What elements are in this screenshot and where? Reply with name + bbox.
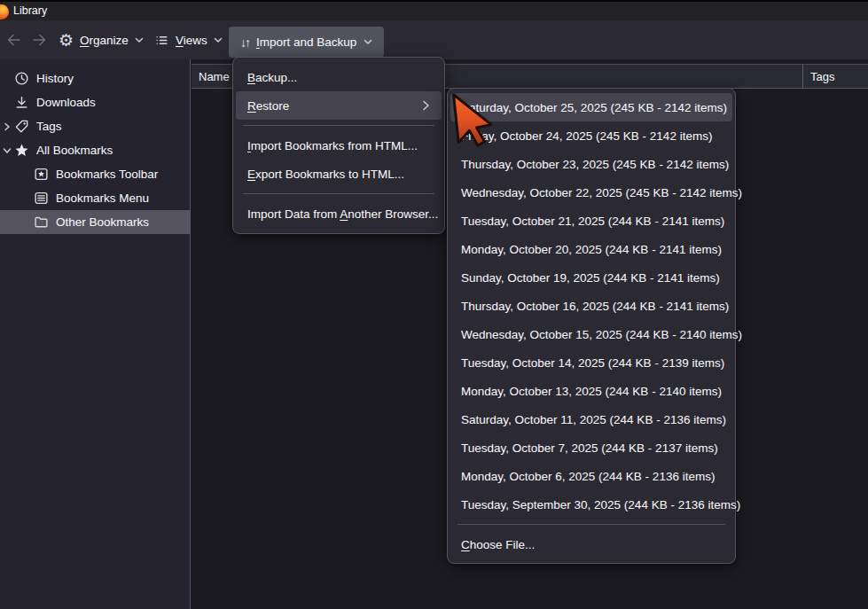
restore-backup-item[interactable]: Sunday, October 19, 2025 (244 KB - 2141 … bbox=[450, 263, 732, 292]
star-box-icon bbox=[34, 167, 49, 182]
sidebar-item-downloads[interactable]: Downloads bbox=[0, 90, 190, 114]
sidebar-item-label: All Bookmarks bbox=[36, 144, 113, 157]
gear-icon: ⚙ bbox=[59, 32, 74, 49]
chevron-down-icon bbox=[135, 37, 144, 43]
folder-icon bbox=[34, 215, 49, 230]
window-title: Library bbox=[13, 2, 47, 20]
sidebar-item-label: Bookmarks Menu bbox=[56, 191, 149, 205]
views-button[interactable]: Views bbox=[154, 20, 223, 59]
sidebar-item-label: Bookmarks Toolbar bbox=[56, 168, 158, 181]
forward-button[interactable] bbox=[30, 31, 48, 49]
column-header-name[interactable]: Name bbox=[192, 70, 230, 83]
chevron-right-icon[interactable] bbox=[3, 122, 12, 131]
restore-backup-item[interactable]: Thursday, October 23, 2025 (245 KB - 214… bbox=[450, 150, 732, 178]
restore-backup-item[interactable]: Monday, October 13, 2025 (244 KB - 2140 … bbox=[450, 377, 732, 405]
sidebar-item-bookmarks-menu[interactable]: Bookmarks Menu bbox=[0, 186, 190, 210]
sidebar-item-label: Other Bookmarks bbox=[56, 215, 149, 229]
chevron-down-icon bbox=[214, 37, 223, 43]
clock-icon bbox=[14, 71, 29, 86]
restore-backup-item[interactable]: Tuesday, October 14, 2025 (244 KB - 2139… bbox=[450, 348, 732, 377]
chevron-down-icon[interactable] bbox=[3, 146, 12, 155]
chevron-right-icon bbox=[422, 100, 430, 111]
restore-backup-item[interactable]: Friday, October 24, 2025 (245 KB - 2142 … bbox=[450, 121, 732, 150]
column-header-tags[interactable]: Tags bbox=[810, 70, 834, 83]
organize-label: Organize bbox=[80, 34, 129, 47]
organize-button[interactable]: ⚙ Organize bbox=[59, 20, 144, 59]
sidebar-item-history[interactable]: History bbox=[0, 66, 190, 90]
library-toolbar: ⚙ Organize Views ↓↑ Import and Backup bbox=[0, 20, 868, 59]
restore-backup-item[interactable]: Wednesday, October 15, 2025 (244 KB - 21… bbox=[450, 320, 732, 348]
back-button[interactable] bbox=[5, 31, 23, 49]
menu-item-backup[interactable]: Backup... bbox=[236, 63, 442, 91]
firefox-app-icon bbox=[0, 4, 9, 20]
import-and-backup-button[interactable]: ↓↑ Import and Backup bbox=[229, 27, 384, 58]
tag-icon bbox=[14, 119, 29, 134]
menu-item-import-data-another-browser[interactable]: Import Data from Another Browser... bbox=[236, 199, 442, 228]
sidebar-item-tags[interactable]: Tags bbox=[0, 114, 190, 138]
menu-separator bbox=[243, 193, 434, 194]
import-and-backup-menu: Backup... Restore Import Bookmarks from … bbox=[232, 57, 445, 234]
menu-separator bbox=[243, 125, 434, 126]
list-box-icon bbox=[34, 191, 49, 206]
sidebar-item-label: History bbox=[36, 72, 74, 85]
restore-backup-item[interactable]: Thursday, October 16, 2025 (244 KB - 214… bbox=[450, 292, 732, 320]
titlebar: Library bbox=[0, 0, 868, 20]
sidebar-item-other-bookmarks[interactable]: Other Bookmarks bbox=[0, 210, 190, 234]
import-and-backup-label: Import and Backup bbox=[256, 35, 356, 49]
sidebar-item-label: Tags bbox=[36, 120, 62, 133]
star-icon bbox=[14, 143, 29, 158]
restore-submenu: Saturday, October 25, 2025 (245 KB - 214… bbox=[447, 88, 736, 564]
restore-backup-item[interactable]: Monday, October 20, 2025 (244 KB - 2141 … bbox=[450, 235, 732, 263]
restore-backup-item[interactable]: Wednesday, October 22, 2025 (245 KB - 21… bbox=[450, 178, 732, 207]
column-divider[interactable] bbox=[802, 65, 803, 88]
menu-separator bbox=[457, 524, 725, 525]
restore-backup-item[interactable]: Saturday, October 11, 2025 (244 KB - 213… bbox=[450, 405, 732, 433]
menu-item-restore[interactable]: Restore bbox=[236, 91, 442, 120]
sidebar-item-label: Downloads bbox=[36, 96, 96, 109]
download-icon bbox=[14, 95, 29, 110]
sort-arrows-icon: ↓↑ bbox=[240, 35, 249, 50]
restore-backup-item[interactable]: Tuesday, October 7, 2025 (244 KB - 2137 … bbox=[450, 433, 732, 462]
menu-item-choose-file[interactable]: Choose File... bbox=[450, 530, 732, 558]
views-label: Views bbox=[176, 34, 207, 47]
sidebar-item-bookmarks-toolbar[interactable]: Bookmarks Toolbar bbox=[0, 162, 190, 186]
restore-backup-item[interactable]: Tuesday, October 21, 2025 (244 KB - 2141… bbox=[450, 207, 732, 235]
sidebar-item-all-bookmarks[interactable]: All Bookmarks bbox=[0, 138, 190, 162]
restore-backup-item[interactable]: Saturday, October 25, 2025 (245 KB - 214… bbox=[450, 93, 732, 121]
menu-item-import-bookmarks-html[interactable]: Import Bookmarks from HTML... bbox=[236, 131, 442, 160]
restore-backup-item[interactable]: Tuesday, September 30, 2025 (244 KB - 21… bbox=[450, 490, 732, 519]
restore-backup-item[interactable]: Monday, October 6, 2025 (244 KB - 2136 i… bbox=[450, 462, 732, 490]
library-sidebar: History Downloads Tags All Bookmarks Boo… bbox=[0, 59, 191, 609]
list-view-icon bbox=[154, 33, 169, 48]
chevron-down-icon bbox=[364, 39, 372, 45]
menu-item-export-bookmarks-html[interactable]: Export Bookmarks to HTML... bbox=[236, 160, 442, 188]
